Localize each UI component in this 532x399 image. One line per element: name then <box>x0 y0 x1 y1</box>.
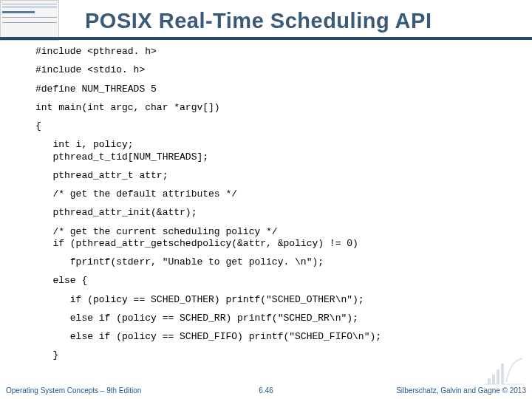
code-line: fprintf(stderr, "Unable to get policy. \… <box>35 256 508 268</box>
svg-rect-2 <box>497 369 499 384</box>
code-line: int i, policy; pthread_t_tid[NUM_THREADS… <box>35 139 508 163</box>
page-title: POSIX Real-Time Scheduling API <box>85 9 432 33</box>
code-line: int main(int argc, char *argv[]) <box>35 102 508 114</box>
title-underline <box>0 37 532 40</box>
code-line: pthread_attr_t attr; <box>35 170 508 182</box>
slide-footer: Operating System Concepts – 9th Edition … <box>6 386 526 395</box>
code-line: #include <pthread. h> <box>35 46 508 58</box>
code-line: else if (policy == SCHED_RR) printf("SCH… <box>35 313 508 324</box>
footer-left: Operating System Concepts – 9th Edition <box>6 386 141 395</box>
code-line: else if (policy == SCHED_FIFO) printf("S… <box>35 331 508 343</box>
code-line: #include <stdio. h> <box>35 64 508 76</box>
code-line: if (policy == SCHED_OTHER) printf("SCHED… <box>35 294 508 306</box>
svg-rect-1 <box>492 375 495 384</box>
code-line: pthread_attr_init(&attr); <box>35 207 508 219</box>
code-line: } <box>35 349 508 361</box>
svg-rect-0 <box>488 378 491 384</box>
code-line: else { <box>35 275 508 287</box>
code-line: { <box>35 120 508 132</box>
code-line: #define NUM_THREADS 5 <box>35 83 508 95</box>
footer-page-number: 6.46 <box>259 386 273 395</box>
footer-right: Silberschatz, Galvin and Gagne © 2013 <box>396 386 526 395</box>
code-line: /* get the current scheduling policy */ … <box>35 226 508 250</box>
code-line: /* get the default attributes */ <box>35 188 508 200</box>
code-block: #include <pthread. h> #include <stdio. h… <box>35 46 508 369</box>
decorative-chart-icon <box>484 356 525 386</box>
slide-thumbnail <box>0 0 59 41</box>
svg-rect-3 <box>501 364 504 384</box>
